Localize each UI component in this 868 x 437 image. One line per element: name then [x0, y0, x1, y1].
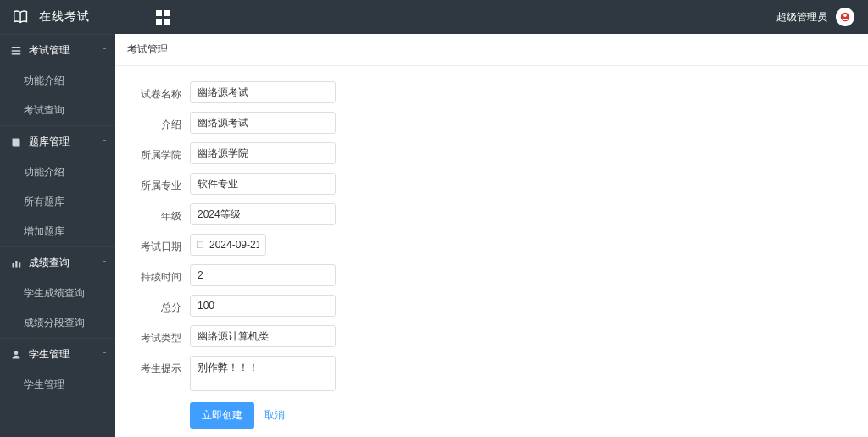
chevron-up-icon: ˄ — [103, 139, 107, 145]
sidebar-item-student-manage[interactable]: 学生管理 — [0, 370, 115, 400]
sidebar-item-label: 功能介绍 — [24, 75, 64, 86]
input-major[interactable] — [190, 173, 336, 195]
label-college: 所属学院 — [129, 142, 190, 163]
label-exam-type: 考试类型 — [129, 325, 190, 346]
cancel-link[interactable]: 取消 — [264, 408, 285, 423]
form-row-exam-date: 考试日期 ☐ — [129, 234, 854, 256]
svg-rect-8 — [19, 262, 20, 267]
sidebar-group-question: 题库管理 ˄ 功能介绍 所有题库 增加题库 — [0, 125, 115, 246]
chevron-up-icon: ˄ — [103, 260, 107, 266]
sidebar: 考试管理 ˄ 功能介绍 考试查询 题库管理 ˄ 功能介绍 所有题库 增加题库 — [0, 34, 115, 437]
form-row-duration: 持续时间 — [129, 264, 854, 286]
sidebar-head-label: 题库管理 — [29, 135, 70, 149]
svg-rect-4 — [12, 50, 21, 52]
chevron-up-icon: ˄ — [103, 351, 107, 357]
submit-button[interactable]: 立即创建 — [190, 402, 254, 429]
sidebar-item-label: 所有题库 — [24, 196, 64, 207]
svg-point-2 — [843, 14, 847, 18]
sidebar-group-student: 学生管理 ˄ 学生管理 — [0, 338, 115, 400]
sidebar-item-question-all[interactable]: 所有题库 — [0, 187, 115, 217]
svg-rect-7 — [15, 261, 17, 268]
sidebar-head-question[interactable]: 题库管理 ˄ — [0, 126, 115, 158]
input-total[interactable] — [190, 295, 336, 317]
label-exam-date: 考试日期 — [129, 234, 190, 254]
sidebar-item-exam-query[interactable]: 考试查询 — [0, 96, 115, 125]
sidebar-group-exam: 考试管理 ˄ 功能介绍 考试查询 — [0, 34, 115, 125]
apps-icon[interactable] — [156, 10, 170, 25]
sidebar-item-label: 增加题库 — [24, 225, 64, 237]
label-duration: 持续时间 — [129, 264, 190, 285]
sidebar-head-label: 考试管理 — [29, 43, 70, 58]
breadcrumb: 考试管理 — [115, 34, 868, 66]
svg-rect-5 — [12, 53, 21, 55]
sidebar-item-label: 考试查询 — [24, 104, 64, 116]
sidebar-item-score-segment[interactable]: 成绩分段查询 — [0, 308, 115, 338]
input-exam-date[interactable] — [190, 234, 266, 256]
input-exam-type[interactable] — [190, 325, 336, 347]
top-header: 在线考试 超级管理员 — [0, 0, 868, 34]
form-row-major: 所属专业 — [129, 173, 854, 195]
label-intro: 介绍 — [129, 112, 190, 132]
current-user-name: 超级管理员 — [776, 10, 827, 25]
list-icon — [10, 45, 22, 57]
header-left: 在线考试 — [12, 8, 170, 26]
form-row-college: 所属学院 — [129, 142, 854, 164]
book-icon — [12, 8, 31, 26]
svg-point-9 — [14, 351, 19, 355]
form-row-intro: 介绍 — [129, 112, 854, 134]
sidebar-item-label: 成绩分段查询 — [24, 317, 85, 329]
form-actions: 立即创建 取消 — [129, 402, 854, 429]
chevron-up-icon: ˄ — [103, 47, 107, 53]
textarea-tip[interactable] — [190, 356, 336, 391]
sidebar-item-label: 功能介绍 — [24, 166, 64, 178]
form-row-exam-type: 考试类型 — [129, 325, 854, 347]
sidebar-item-exam-intro[interactable]: 功能介绍 — [0, 66, 115, 96]
form-row-grade: 年级 — [129, 203, 854, 225]
sidebar-group-score: 成绩查询 ˄ 学生成绩查询 成绩分段查询 — [0, 246, 115, 338]
sidebar-head-student[interactable]: 学生管理 ˄ — [0, 339, 115, 370]
chart-icon — [10, 257, 22, 269]
book-small-icon — [10, 136, 22, 148]
sidebar-head-exam[interactable]: 考试管理 ˄ — [0, 35, 115, 66]
label-total: 总分 — [129, 295, 190, 315]
user-icon — [10, 349, 22, 361]
input-college[interactable] — [190, 142, 336, 164]
sidebar-head-label: 成绩查询 — [29, 256, 70, 270]
input-paper-name[interactable] — [190, 81, 336, 103]
svg-rect-6 — [13, 263, 14, 268]
app-title: 在线考试 — [39, 9, 90, 25]
header-right: 超级管理员 — [776, 8, 854, 26]
label-tip: 考生提示 — [129, 356, 190, 376]
form-card: 试卷名称 介绍 所属学院 所属专业 年级 — [129, 78, 854, 432]
sidebar-item-student-score[interactable]: 学生成绩查询 — [0, 279, 115, 308]
input-intro[interactable] — [190, 112, 336, 134]
sidebar-item-label: 学生管理 — [24, 379, 64, 390]
svg-rect-3 — [12, 47, 21, 48]
layout: 考试管理 ˄ 功能介绍 考试查询 题库管理 ˄ 功能介绍 所有题库 增加题库 — [0, 34, 868, 437]
label-grade: 年级 — [129, 203, 190, 224]
form-panel: 试卷名称 介绍 所属学院 所属专业 年级 — [115, 66, 868, 437]
input-duration[interactable] — [190, 264, 336, 286]
sidebar-item-question-add[interactable]: 增加题库 — [0, 217, 115, 246]
input-grade[interactable] — [190, 203, 336, 225]
main-area: 考试管理 试卷名称 介绍 所属学院 所属专业 — [115, 34, 868, 437]
form-row-tip: 考生提示 — [129, 356, 854, 394]
form-row-total: 总分 — [129, 295, 854, 317]
breadcrumb-text: 考试管理 — [127, 43, 168, 55]
sidebar-head-label: 学生管理 — [29, 347, 70, 362]
form-row-paper-name: 试卷名称 — [129, 81, 854, 103]
label-paper-name: 试卷名称 — [129, 81, 190, 102]
sidebar-item-label: 学生成绩查询 — [24, 287, 85, 299]
label-major: 所属专业 — [129, 173, 190, 193]
avatar[interactable] — [836, 8, 854, 26]
sidebar-item-question-intro[interactable]: 功能介绍 — [0, 158, 115, 187]
sidebar-head-score[interactable]: 成绩查询 ˄ — [0, 247, 115, 279]
